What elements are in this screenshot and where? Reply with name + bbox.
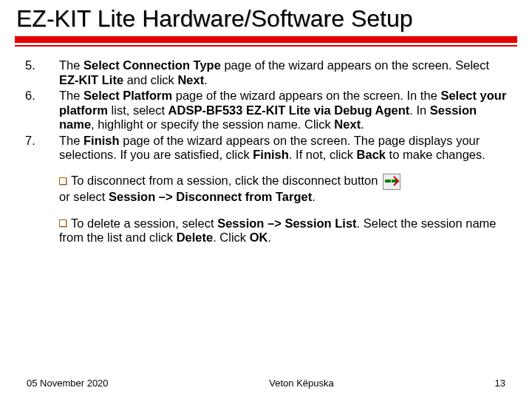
bold-run: Session –> Disconnect from Target [109, 190, 312, 203]
step-6: 6. The Select Platform page of the wizar… [25, 89, 507, 132]
bold-run: Finish [253, 148, 289, 161]
bold-run: Select Platform [83, 89, 172, 102]
step-number: 6. [25, 89, 59, 132]
text-run: . Click [213, 231, 250, 244]
text-run: list, select [108, 103, 168, 117]
text-run: or select [59, 190, 109, 203]
step-7: 7. The Finish page of the wizard appears… [25, 134, 507, 163]
bold-run: Delete [177, 231, 214, 244]
text-run: page of the wizard appears on the screen… [221, 58, 489, 72]
text-run: . [312, 190, 316, 203]
disconnect-paragraph: To disconnect from a session, click the … [59, 174, 507, 204]
step-text: The Select Platform page of the wizard a… [59, 89, 507, 132]
bullet-icon [59, 177, 66, 185]
disconnect-icon [383, 174, 400, 190]
svg-rect-0 [385, 180, 391, 183]
step-text: The Select Connection Type page of the w… [59, 58, 507, 87]
title-rule [15, 36, 517, 47]
step-number: 7. [25, 134, 59, 163]
bold-run: Next [177, 73, 204, 86]
bold-run: EZ-KIT Lite [59, 73, 123, 86]
step-text: The Finish page of the wizard appears on… [59, 134, 507, 163]
text-run: . [204, 73, 208, 86]
footer-date: 05 November 2020 [27, 378, 109, 389]
slide-footer: 05 November 2020 Veton Këpuska 13 [0, 378, 532, 389]
text-run: page of the wizard appears on the screen… [172, 89, 440, 102]
text-run: To delete a session, select [71, 216, 217, 230]
text-run: to make changes. [386, 148, 485, 161]
delete-paragraph: To delete a session, select Session –> S… [59, 216, 507, 245]
bold-run: Session –> Session List [217, 216, 356, 230]
footer-author: Veton Këpuska [269, 378, 333, 389]
bold-run: ADSP-BF533 EZ-KIT Lite via Debug Agent [168, 103, 410, 117]
text-run: The [59, 58, 83, 72]
bold-run: Select Connection Type [83, 58, 221, 72]
bold-run: OK [250, 231, 268, 244]
slide-title: EZ-KIT Lite Hardware/Software Setup [0, 0, 532, 32]
bullet-icon [59, 219, 66, 227]
slide-body: 5. The Select Connection Type page of th… [0, 47, 532, 245]
text-run: . In [409, 103, 430, 117]
step-5: 5. The Select Connection Type page of th… [25, 58, 507, 87]
bold-run: Next [334, 117, 361, 131]
text-run: , highlight or specify the session name.… [91, 117, 334, 131]
text-run: To disconnect from a session, click the … [71, 174, 381, 188]
text-run: . [267, 231, 271, 244]
footer-page: 13 [495, 378, 505, 389]
step-number: 5. [25, 58, 59, 87]
text-run: . If not, click [289, 148, 357, 161]
text-run: The [59, 134, 83, 147]
bold-run: Finish [83, 134, 120, 147]
text-run: The [59, 89, 83, 102]
bold-run: Back [357, 148, 386, 161]
slide: EZ-KIT Lite Hardware/Software Setup 5. T… [0, 0, 532, 399]
text-run: and click [123, 73, 177, 86]
text-run: . [361, 117, 364, 131]
